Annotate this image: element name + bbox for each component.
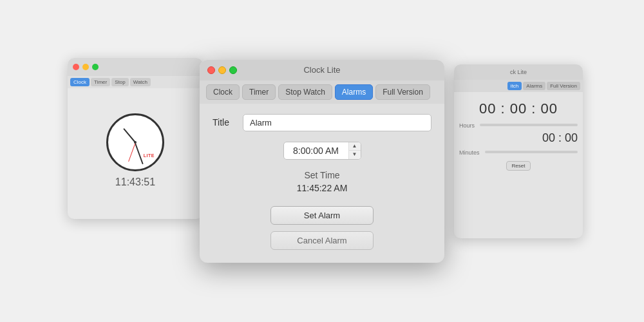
tab-fullversion[interactable]: Full Version xyxy=(375,84,430,100)
clock-center xyxy=(134,141,137,144)
right-tab-fullversion[interactable]: Full Version xyxy=(547,82,580,90)
stopwatch-display: 00 : 00 : 00 xyxy=(459,100,578,117)
right-tab-watch[interactable]: itch xyxy=(507,82,522,90)
right-window-body: 00 : 00 : 00 Hours 00 : 00 Minutes Reset xyxy=(454,92,583,181)
lite-label: LITE xyxy=(144,153,155,158)
time-picker-value[interactable]: 8:00:00 AM xyxy=(284,142,348,159)
current-time-display: 11:45:22 AM xyxy=(213,183,431,193)
right-tabs: itch Alarms Full Version xyxy=(454,80,583,92)
main-window-title: Clock Lite xyxy=(303,65,340,75)
left-tab-clock[interactable]: Clock xyxy=(70,78,90,86)
time-decrement-button[interactable]: ▼ xyxy=(349,151,361,159)
minutes-bar xyxy=(485,151,578,153)
left-close-btn[interactable] xyxy=(73,64,79,70)
minutes-display: 00 : 00 xyxy=(459,131,578,145)
title-row: Title xyxy=(213,114,431,131)
main-titlebar: Clock Lite xyxy=(200,60,444,80)
time-picker-box: 8:00:00 AM ▲ ▼ xyxy=(283,142,361,160)
time-increment-button[interactable]: ▲ xyxy=(349,142,361,151)
tab-timer[interactable]: Timer xyxy=(242,84,276,100)
left-maximize-btn[interactable] xyxy=(92,64,99,70)
left-window-body: LITE 11:43:51 xyxy=(68,88,203,213)
left-tab-watch[interactable]: Watch xyxy=(130,78,151,86)
tab-clock[interactable]: Clock xyxy=(206,84,240,100)
right-titlebar: ck Lite xyxy=(454,64,583,80)
title-input[interactable] xyxy=(243,114,431,131)
clock-face: LITE xyxy=(106,113,164,171)
right-title-text: ck Lite xyxy=(510,69,527,75)
set-alarm-button[interactable]: Set Alarm xyxy=(270,206,374,225)
hour-hand xyxy=(123,128,136,143)
main-body: Title 8:00:00 AM ▲ ▼ Set Time 11:45:22 A… xyxy=(200,104,444,263)
second-hand xyxy=(128,142,136,162)
left-tab-stop[interactable]: Stop xyxy=(111,78,128,86)
time-picker-row: 8:00:00 AM ▲ ▼ xyxy=(213,142,431,160)
hours-row: Hours xyxy=(459,120,578,129)
maximize-button[interactable] xyxy=(229,66,237,74)
minute-hand xyxy=(135,142,144,164)
hours-bar xyxy=(480,124,578,126)
right-tab-alarms[interactable]: Alarms xyxy=(523,82,545,90)
title-field-label: Title xyxy=(213,117,235,128)
tab-stopwatch[interactable]: Stop Watch xyxy=(278,84,332,100)
set-time-section: Set Time 11:45:22 AM xyxy=(213,170,431,193)
tab-alarms[interactable]: Alarms xyxy=(335,84,373,100)
reset-button[interactable]: Reset xyxy=(506,161,531,171)
cancel-alarm-button[interactable]: Cancel Alarm xyxy=(270,231,374,250)
minutes-row: Minutes xyxy=(459,147,578,156)
left-tab-timer[interactable]: Timer xyxy=(91,78,110,86)
minutes-label: Minutes xyxy=(459,149,480,156)
minimize-button[interactable] xyxy=(218,66,226,74)
left-clock-window: Clock Timer Stop Watch LITE 11:43:51 xyxy=(68,58,203,219)
close-button[interactable] xyxy=(207,66,215,74)
left-titlebar xyxy=(68,58,203,76)
time-picker-arrows: ▲ ▼ xyxy=(348,142,361,159)
set-time-label: Set Time xyxy=(213,170,431,180)
hours-label: Hours xyxy=(459,122,475,129)
main-clock-lite-window: Clock Lite Clock Timer Stop Watch Alarms… xyxy=(200,60,444,263)
time-display: 11:43:51 xyxy=(115,176,155,188)
right-stopwatch-window: ck Lite itch Alarms Full Version 00 : 00… xyxy=(454,64,583,238)
left-minimize-btn[interactable] xyxy=(82,64,89,70)
button-section: Set Alarm Cancel Alarm xyxy=(213,206,431,250)
traffic-lights xyxy=(207,66,237,74)
main-tab-bar: Clock Timer Stop Watch Alarms Full Versi… xyxy=(200,80,444,104)
left-tabs: Clock Timer Stop Watch xyxy=(68,76,203,88)
